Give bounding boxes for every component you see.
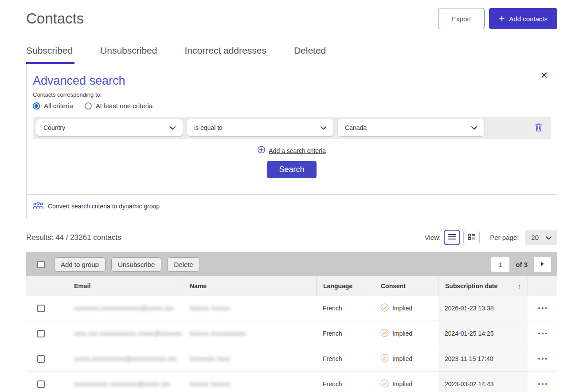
tab-incorrect-addresses[interactable]: Incorrect addresses <box>184 45 266 64</box>
language-cell: French <box>316 321 374 346</box>
tab-deleted[interactable]: Deleted <box>294 45 326 64</box>
view-controls: View: Per page: 20 <box>425 230 557 245</box>
column-header-consent: Consent <box>374 276 438 296</box>
table-row: xxxx.xxx.xxxxxxxxxxxx.xxxxx@xxxxxxx.xxx … <box>26 321 557 346</box>
criteria-value: Canada <box>345 124 367 131</box>
row-checkbox[interactable] <box>37 380 45 388</box>
consent-cell: Implied <box>374 372 438 392</box>
bulk-actions-toolbar: Add to group Unsubscribe Delete of 3 <box>26 252 557 276</box>
tab-unsubscribed[interactable]: Unsubscribed <box>100 45 157 64</box>
criteria-mode-radios: All criteria At least one criteria <box>33 102 551 110</box>
page-title: Contacts <box>26 10 84 27</box>
column-header-email: Email <box>48 276 183 296</box>
consent-label: Implied <box>392 305 412 312</box>
chevron-down-icon <box>321 124 326 131</box>
export-button[interactable]: Export <box>438 8 485 29</box>
contacts-page: Contacts Export + Add contacts Subscribe… <box>26 0 557 392</box>
subscription-date-cell: 2024-01-25 14:25 <box>438 321 528 346</box>
add-search-criteria-link[interactable]: Add a search criteria <box>269 147 325 154</box>
name-redacted: Xxxxxx Xxxxxx <box>189 380 231 388</box>
card-view-icon <box>468 234 476 242</box>
language-cell: French <box>316 296 374 321</box>
email-redacted: xxxxxxxx.xxxxxxxxxxxxx@xxxxx.xxx <box>74 305 174 312</box>
criteria-operator-value: is equal to <box>194 124 223 131</box>
table-row: xxxxx.xxxxxxxxxxx@xxxxxxxxxxx.xxx Xxxxxx… <box>26 346 557 372</box>
name-redacted: Xxxxxxxx Xxxx <box>189 355 231 362</box>
people-group-icon <box>33 201 43 212</box>
delete-button[interactable]: Delete <box>167 257 200 272</box>
contacts-table: Add to group Unsubscribe Delete of 3 Ema… <box>26 252 557 392</box>
per-page-select[interactable]: 20 <box>525 230 557 245</box>
subscription-date-cell: 2023-11-15 17:40 <box>438 346 528 371</box>
radio-unselected-icon <box>85 102 92 110</box>
chevron-down-icon <box>546 234 552 241</box>
check-circle-icon <box>380 303 389 313</box>
card-view-button[interactable] <box>463 230 480 245</box>
contact-status-tabs: Subscribed Unsubscribed Incorrect addres… <box>26 45 557 64</box>
consent-cell: Implied <box>374 321 438 346</box>
email-redacted: xxxxx.xxxxxxxxxxx@xxxxxxxxxxx.xxx <box>74 355 177 362</box>
top-actions: Export + Add contacts <box>438 8 557 29</box>
advanced-search-title: Advanced search <box>33 74 551 88</box>
row-actions-button[interactable] <box>528 333 557 334</box>
check-circle-icon <box>380 329 389 338</box>
criteria-field-select[interactable]: Country <box>36 119 183 136</box>
trash-icon <box>535 126 543 133</box>
consent-label: Implied <box>392 330 412 337</box>
header-actions-spacer <box>528 276 557 296</box>
tab-subscribed[interactable]: Subscribed <box>26 45 73 64</box>
radio-at-least-one-criteria[interactable]: At least one criteria <box>85 102 153 110</box>
header-checkbox-spacer <box>26 276 48 296</box>
row-actions-button[interactable] <box>528 358 557 360</box>
caret-right-icon <box>540 261 544 268</box>
email-redacted: xxxx.xxx.xxxxxxxxxxxx.xxxxx@xxxxxxx.xxx <box>74 330 183 337</box>
criteria-value-select[interactable]: Canada <box>338 119 484 136</box>
subscription-date-cell: 2023-03-02 14:43 <box>438 372 528 392</box>
results-count: Results: 44 / 23261 contacts <box>26 233 121 242</box>
subscription-date-cell: 2026-01-23 13:38 <box>438 296 528 321</box>
radio-all-criteria[interactable]: All criteria <box>33 102 73 110</box>
pagination: of 3 <box>491 257 551 272</box>
convert-row: Convert search criteria to dynamic group <box>27 194 557 218</box>
page-number-input[interactable] <box>491 257 509 272</box>
row-checkbox[interactable] <box>37 330 45 337</box>
unsubscribe-button[interactable]: Unsubscribe <box>111 257 161 272</box>
list-view-icon <box>448 234 456 242</box>
search-button[interactable]: Search <box>267 161 316 178</box>
row-actions-button[interactable] <box>528 383 557 385</box>
criteria-field-value: Country <box>43 124 65 131</box>
add-contacts-label: Add contacts <box>509 15 548 23</box>
name-redacted: Xxxxxx Xxxxxx <box>189 305 231 312</box>
column-header-subscription-date: Subscription date ↑ <box>438 276 528 296</box>
view-label: View: <box>425 234 441 241</box>
chevron-down-icon <box>471 124 477 131</box>
arrow-up-icon[interactable]: ↑ <box>518 282 528 290</box>
row-checkbox[interactable] <box>37 355 45 363</box>
language-cell: French <box>316 372 374 392</box>
per-page-label: Per page: <box>490 234 519 241</box>
results-bar: Results: 44 / 23261 contacts View: Per p… <box>26 230 557 245</box>
column-header-language: Language <box>316 276 374 296</box>
consent-label: Implied <box>392 380 412 388</box>
row-actions-button[interactable] <box>528 307 557 309</box>
convert-to-dynamic-group-link[interactable]: Convert search criteria to dynamic group <box>48 203 160 210</box>
delete-criteria-button[interactable] <box>535 123 543 133</box>
radio-at-least-one-label: At least one criteria <box>96 102 153 110</box>
add-contacts-button[interactable]: + Add contacts <box>489 8 557 29</box>
criteria-operator-select[interactable]: is equal to <box>187 119 333 136</box>
list-view-button[interactable] <box>444 230 460 245</box>
row-checkbox[interactable] <box>37 305 45 312</box>
plus-circle-icon <box>258 146 265 155</box>
table-header-row: Email Name Language Consent Subscription… <box>26 276 557 296</box>
table-row: xxxxxxxxxxx.xxxxxxxxx@xxxxx.xxx Xxxxxx X… <box>26 372 557 392</box>
chevron-down-icon <box>170 124 176 131</box>
consent-cell: Implied <box>374 296 438 321</box>
close-icon[interactable]: ✕ <box>540 71 548 80</box>
language-cell: French <box>316 346 374 371</box>
add-to-group-button[interactable]: Add to group <box>54 257 106 272</box>
radio-selected-icon <box>33 102 40 110</box>
select-all-checkbox[interactable] <box>37 261 45 268</box>
next-page-button[interactable] <box>534 257 551 272</box>
corresponding-label: Contacts corresponding to: <box>33 91 551 98</box>
top-bar: Contacts Export + Add contacts <box>26 8 557 29</box>
